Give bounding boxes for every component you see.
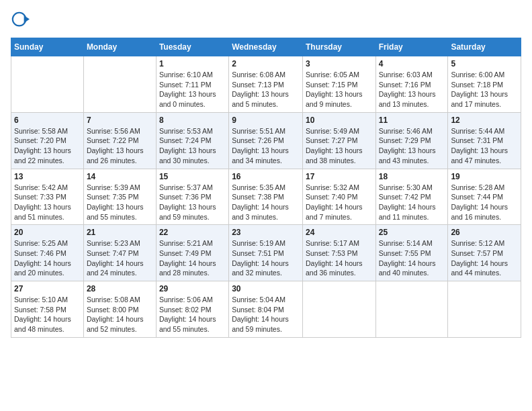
day-info: Sunrise: 6:03 AMSunset: 7:16 PMDaylight:… <box>379 70 445 109</box>
day-info: Sunrise: 5:42 AMSunset: 7:33 PMDaylight:… <box>14 183 81 222</box>
day-info: Sunrise: 5:25 AMSunset: 7:46 PMDaylight:… <box>14 238 81 278</box>
day-info: Sunrise: 5:53 AMSunset: 7:24 PMDaylight:… <box>159 126 226 166</box>
calendar-cell: 30Sunrise: 5:04 AMSunset: 8:04 PMDayligh… <box>229 281 303 338</box>
day-number: 1 <box>159 59 226 68</box>
calendar-cell <box>83 56 156 113</box>
day-info: Sunrise: 6:08 AMSunset: 7:13 PMDaylight:… <box>232 70 300 109</box>
weekday-header: Thursday <box>302 38 375 56</box>
day-number: 29 <box>159 284 226 293</box>
day-number: 11 <box>379 116 445 125</box>
day-number: 2 <box>232 59 300 68</box>
day-number: 22 <box>159 228 226 237</box>
calendar-cell: 10Sunrise: 5:49 AMSunset: 7:27 PMDayligh… <box>302 112 375 169</box>
day-number: 12 <box>451 116 518 125</box>
day-info: Sunrise: 5:30 AMSunset: 7:42 PMDaylight:… <box>379 183 445 222</box>
day-number: 18 <box>379 172 445 181</box>
day-info: Sunrise: 5:35 AMSunset: 7:38 PMDaylight:… <box>232 183 300 222</box>
day-info: Sunrise: 5:46 AMSunset: 7:29 PMDaylight:… <box>379 126 445 166</box>
calendar-cell: 3Sunrise: 6:05 AMSunset: 7:15 PMDaylight… <box>302 56 375 113</box>
day-info: Sunrise: 5:19 AMSunset: 7:51 PMDaylight:… <box>232 238 300 278</box>
day-info: Sunrise: 6:05 AMSunset: 7:15 PMDaylight:… <box>306 70 373 109</box>
day-info: Sunrise: 5:56 AMSunset: 7:22 PMDaylight:… <box>87 126 153 166</box>
day-number: 7 <box>87 116 153 125</box>
day-number: 19 <box>451 172 518 181</box>
day-number: 3 <box>306 59 373 68</box>
day-info: Sunrise: 5:21 AMSunset: 7:49 PMDaylight:… <box>159 238 226 278</box>
calendar-table: SundayMondayTuesdayWednesdayThursdayFrid… <box>11 38 521 338</box>
day-number: 6 <box>14 116 81 125</box>
calendar-cell: 24Sunrise: 5:17 AMSunset: 7:53 PMDayligh… <box>302 225 375 281</box>
calendar-cell: 25Sunrise: 5:14 AMSunset: 7:55 PMDayligh… <box>375 225 448 281</box>
calendar-cell: 23Sunrise: 5:19 AMSunset: 7:51 PMDayligh… <box>229 225 303 281</box>
weekday-header: Friday <box>375 38 448 56</box>
calendar-cell: 28Sunrise: 5:08 AMSunset: 8:00 PMDayligh… <box>83 281 156 338</box>
calendar-cell: 20Sunrise: 5:25 AMSunset: 7:46 PMDayligh… <box>11 225 84 281</box>
calendar-cell: 9Sunrise: 5:51 AMSunset: 7:26 PMDaylight… <box>229 112 303 169</box>
day-number: 23 <box>232 228 300 237</box>
day-number: 9 <box>232 116 300 125</box>
calendar-cell: 8Sunrise: 5:53 AMSunset: 7:24 PMDaylight… <box>156 112 228 169</box>
svg-marker-1 <box>24 15 30 23</box>
weekday-header: Wednesday <box>229 38 303 56</box>
day-info: Sunrise: 5:12 AMSunset: 7:57 PMDaylight:… <box>451 238 518 278</box>
calendar-cell <box>11 56 84 113</box>
day-info: Sunrise: 5:08 AMSunset: 8:00 PMDaylight:… <box>87 295 153 334</box>
day-number: 14 <box>87 172 153 181</box>
calendar-cell: 7Sunrise: 5:56 AMSunset: 7:22 PMDaylight… <box>83 112 156 169</box>
day-number: 16 <box>232 172 300 181</box>
calendar-cell: 16Sunrise: 5:35 AMSunset: 7:38 PMDayligh… <box>229 169 303 225</box>
calendar-cell: 1Sunrise: 6:10 AMSunset: 7:11 PMDaylight… <box>156 56 228 113</box>
page-header <box>11 11 521 30</box>
day-info: Sunrise: 5:14 AMSunset: 7:55 PMDaylight:… <box>379 238 445 278</box>
day-info: Sunrise: 5:28 AMSunset: 7:44 PMDaylight:… <box>451 183 518 222</box>
calendar-cell <box>302 281 375 338</box>
day-number: 4 <box>379 59 445 68</box>
day-number: 30 <box>232 284 300 293</box>
day-info: Sunrise: 5:37 AMSunset: 7:36 PMDaylight:… <box>159 183 226 222</box>
calendar-cell: 13Sunrise: 5:42 AMSunset: 7:33 PMDayligh… <box>11 169 84 225</box>
day-number: 17 <box>306 172 373 181</box>
day-info: Sunrise: 5:17 AMSunset: 7:53 PMDaylight:… <box>306 238 373 278</box>
calendar-cell <box>375 281 448 338</box>
day-info: Sunrise: 5:23 AMSunset: 7:47 PMDaylight:… <box>87 238 153 278</box>
day-info: Sunrise: 6:00 AMSunset: 7:18 PMDaylight:… <box>451 70 518 109</box>
day-info: Sunrise: 5:10 AMSunset: 7:58 PMDaylight:… <box>14 295 81 334</box>
calendar-cell: 21Sunrise: 5:23 AMSunset: 7:47 PMDayligh… <box>83 225 156 281</box>
calendar-cell: 18Sunrise: 5:30 AMSunset: 7:42 PMDayligh… <box>375 169 448 225</box>
calendar-week-row: 1Sunrise: 6:10 AMSunset: 7:11 PMDaylight… <box>11 56 521 113</box>
calendar-cell: 17Sunrise: 5:32 AMSunset: 7:40 PMDayligh… <box>302 169 375 225</box>
day-number: 15 <box>159 172 226 181</box>
day-info: Sunrise: 5:32 AMSunset: 7:40 PMDaylight:… <box>306 183 373 222</box>
day-info: Sunrise: 5:51 AMSunset: 7:26 PMDaylight:… <box>232 126 300 166</box>
calendar-cell: 19Sunrise: 5:28 AMSunset: 7:44 PMDayligh… <box>448 169 521 225</box>
weekday-header: Tuesday <box>156 38 228 56</box>
calendar-cell: 4Sunrise: 6:03 AMSunset: 7:16 PMDaylight… <box>375 56 448 113</box>
calendar-cell: 11Sunrise: 5:46 AMSunset: 7:29 PMDayligh… <box>375 112 448 169</box>
calendar-cell: 6Sunrise: 5:58 AMSunset: 7:20 PMDaylight… <box>11 112 84 169</box>
weekday-header: Saturday <box>448 38 521 56</box>
day-info: Sunrise: 5:39 AMSunset: 7:35 PMDaylight:… <box>87 183 153 222</box>
calendar-cell: 2Sunrise: 6:08 AMSunset: 7:13 PMDaylight… <box>229 56 303 113</box>
calendar-week-row: 13Sunrise: 5:42 AMSunset: 7:33 PMDayligh… <box>11 169 521 225</box>
calendar-cell: 29Sunrise: 5:06 AMSunset: 8:02 PMDayligh… <box>156 281 228 338</box>
calendar-cell: 12Sunrise: 5:44 AMSunset: 7:31 PMDayligh… <box>448 112 521 169</box>
day-number: 24 <box>306 228 373 237</box>
day-number: 27 <box>14 284 81 293</box>
day-info: Sunrise: 6:10 AMSunset: 7:11 PMDaylight:… <box>159 70 226 109</box>
calendar-cell: 22Sunrise: 5:21 AMSunset: 7:49 PMDayligh… <box>156 225 228 281</box>
calendar-week-row: 27Sunrise: 5:10 AMSunset: 7:58 PMDayligh… <box>11 281 521 338</box>
day-info: Sunrise: 5:44 AMSunset: 7:31 PMDaylight:… <box>451 126 518 166</box>
calendar-cell: 15Sunrise: 5:37 AMSunset: 7:36 PMDayligh… <box>156 169 228 225</box>
day-info: Sunrise: 5:58 AMSunset: 7:20 PMDaylight:… <box>14 126 81 166</box>
calendar-week-row: 20Sunrise: 5:25 AMSunset: 7:46 PMDayligh… <box>11 225 521 281</box>
day-number: 13 <box>14 172 81 181</box>
calendar-cell: 27Sunrise: 5:10 AMSunset: 7:58 PMDayligh… <box>11 281 84 338</box>
day-number: 10 <box>306 116 373 125</box>
weekday-header: Sunday <box>11 38 84 56</box>
calendar-cell: 14Sunrise: 5:39 AMSunset: 7:35 PMDayligh… <box>83 169 156 225</box>
calendar-cell: 5Sunrise: 6:00 AMSunset: 7:18 PMDaylight… <box>448 56 521 113</box>
day-info: Sunrise: 5:06 AMSunset: 8:02 PMDaylight:… <box>159 295 226 334</box>
calendar-week-row: 6Sunrise: 5:58 AMSunset: 7:20 PMDaylight… <box>11 112 521 169</box>
day-number: 25 <box>379 228 445 237</box>
day-number: 26 <box>451 228 518 237</box>
